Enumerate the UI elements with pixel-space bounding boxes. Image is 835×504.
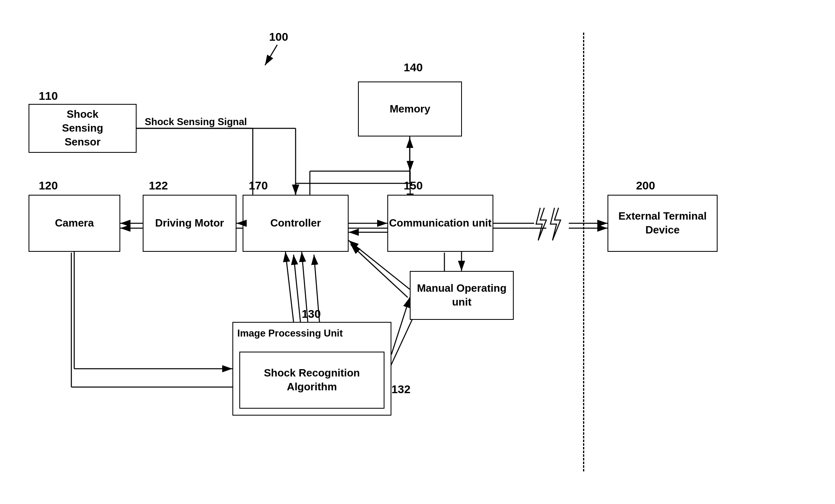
ref-122: 122 <box>149 179 168 192</box>
box-controller: Controller <box>243 195 349 252</box>
camera-label: Camera <box>55 216 94 230</box>
ref-110: 110 <box>39 90 58 103</box>
lightning-symbol <box>534 206 571 242</box>
shock-sensor-label: ShockSensingSensor <box>62 108 103 149</box>
svg-line-19 <box>265 45 277 65</box>
manual-op-label: Manual Operating unit <box>411 282 513 309</box>
box-camera: Camera <box>29 195 120 252</box>
ref-140: 140 <box>404 61 423 74</box>
memory-label: Memory <box>390 102 431 116</box>
ref-150: 150 <box>404 179 423 192</box>
box-manual-op: Manual Operating unit <box>410 271 514 320</box>
ref-170: 170 <box>249 179 268 192</box>
ref-132: 132 <box>391 383 411 396</box>
ref-130: 130 <box>302 308 321 321</box>
controller-label: Controller <box>270 216 321 230</box>
svg-line-38 <box>391 297 410 354</box>
box-image-proc-outer: Image Processing Unit Shock Recognition … <box>232 322 391 416</box>
driving-motor-label: Driving Motor <box>155 216 224 230</box>
box-external: External Terminal Device <box>607 195 718 252</box>
ref-100: 100 <box>269 31 288 44</box>
svg-line-15 <box>351 244 408 297</box>
svg-line-32 <box>285 252 294 322</box>
arrows-detail-svg <box>0 0 835 504</box>
box-shock-alg: Shock Recognition Algorithm <box>239 352 384 409</box>
shock-alg-label: Shock Recognition Algorithm <box>240 366 384 394</box>
box-shock-sensor: ShockSensingSensor <box>29 104 137 153</box>
box-driving-motor: Driving Motor <box>143 195 236 252</box>
image-proc-label: Image Processing Unit <box>237 327 387 339</box>
diagram-container: 100 140 Memory 110 ShockSensingSensor Sh… <box>0 0 835 504</box>
shock-signal-label: Shock Sensing Signal <box>145 116 247 128</box>
ref-120: 120 <box>39 179 58 192</box>
box-memory: Memory <box>358 81 462 136</box>
box-comm-unit: Communication unit <box>387 195 493 252</box>
comm-unit-label: Communication unit <box>389 216 491 230</box>
separator-line <box>583 33 584 471</box>
ref-200: 200 <box>636 179 655 192</box>
external-label: External Terminal Device <box>608 209 717 237</box>
arrows-svg <box>0 0 835 504</box>
